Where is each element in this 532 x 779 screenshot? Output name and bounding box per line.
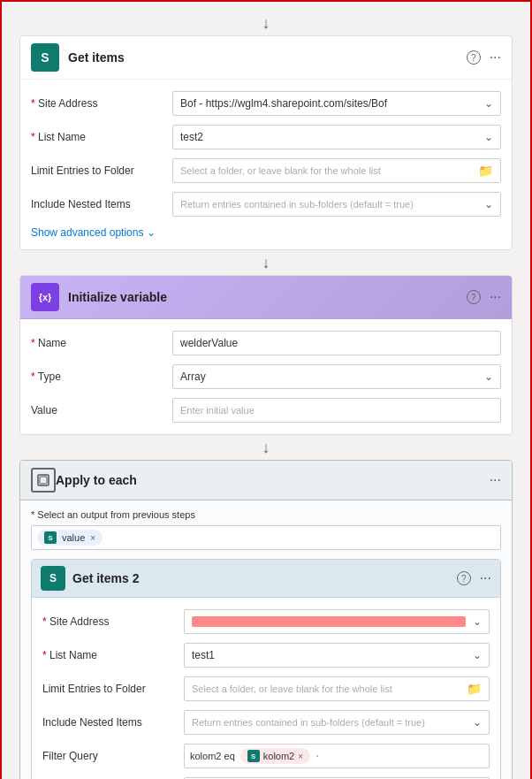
init-var-header: {x} Initialize variable ? ···: [20, 276, 512, 319]
site-address-redacted: [192, 616, 466, 627]
get-items-2-card: S Get items 2 ? ··· Site Address ⌄: [31, 559, 501, 779]
site-address-label-1: Site Address: [31, 97, 172, 110]
name-input[interactable]: welderValue: [172, 331, 501, 355]
get-items-1-header: S Get items ? ···: [20, 36, 512, 80]
type-label: Type: [31, 370, 172, 383]
apply-each-more-icon[interactable]: ···: [490, 472, 501, 488]
init-var-card: {x} Initialize variable ? ··· Name welde…: [19, 275, 513, 435]
limit-folder-input-1[interactable]: Select a folder, or leave blank for the …: [172, 158, 501, 183]
get-items-1-help-icon[interactable]: ?: [467, 50, 481, 65]
type-chevron: ⌄: [484, 370, 493, 383]
get-items-2-title: Get items 2: [72, 571, 450, 585]
nested-items-dropdown-2[interactable]: Return entries contained in sub-folders …: [184, 710, 490, 735]
value-tag-label: value: [62, 532, 85, 543]
get-items-1-card: S Get items ? ··· Site Address Bof - htt…: [19, 35, 513, 250]
site-address-label-2: Site Address: [42, 615, 184, 628]
value-row: Value Enter initial value: [31, 393, 501, 427]
limit-folder-icon-2: 📁: [467, 682, 482, 696]
nested-items-label-1: Include Nested Items: [31, 198, 172, 210]
name-label: Name: [31, 337, 172, 349]
nested-items-placeholder-2: Return entries contained in sub-folders …: [192, 717, 425, 728]
get-items-1-actions: ? ···: [467, 50, 501, 65]
site-address-dropdown-1[interactable]: Bof - https://wglm4.sharepoint.com/sites…: [172, 91, 501, 116]
list-name-chevron-2: ⌄: [473, 649, 482, 661]
filter-tag-icon: S: [247, 750, 260, 762]
init-var-icon: {x}: [31, 283, 59, 311]
nested-items-placeholder-1: Return entries contained in sub-folders …: [180, 199, 414, 210]
top-arrow: ↓: [262, 11, 270, 35]
name-row: Name welderValue: [31, 326, 501, 360]
apply-each-header: Apply to each ···: [20, 461, 512, 500]
site-address-chevron-2: ⌄: [473, 615, 482, 628]
get-items-2-icon: S: [41, 566, 65, 591]
arrow-1: ↓: [262, 250, 270, 275]
list-name-value-2: test1: [192, 649, 215, 661]
limit-folder-icon-1: 📁: [478, 164, 493, 178]
filter-prefix: kolom2 eq: [190, 751, 235, 761]
get-items-2-actions: ? ···: [457, 570, 491, 586]
nested-items-row-2: Include Nested Items Return entries cont…: [42, 706, 490, 739]
get-items-2-body: Site Address ⌄ List Name test1 ⌄: [32, 598, 500, 779]
filter-tag-close[interactable]: ×: [298, 752, 303, 761]
list-name-chevron-1: ⌄: [484, 131, 493, 143]
apply-each-icon: [31, 468, 56, 493]
limit-folder-placeholder-2: Select a folder, or leave blank for the …: [192, 684, 392, 694]
limit-folder-row-2: Limit Entries to Folder Select a folder,…: [42, 672, 490, 706]
show-advanced-label-1: Show advanced options: [31, 226, 143, 239]
site-address-row-1: Site Address Bof - https://wglm4.sharepo…: [31, 87, 501, 120]
filter-dot: ·: [315, 748, 319, 764]
get-items-2-header: S Get items 2 ? ···: [32, 560, 500, 598]
nested-items-row-1: Include Nested Items Return entries cont…: [31, 187, 501, 221]
show-advanced-button-1[interactable]: Show advanced options ⌄: [31, 221, 501, 242]
limit-folder-label-2: Limit Entries to Folder: [42, 683, 184, 695]
list-name-dropdown-1[interactable]: test2 ⌄: [172, 125, 501, 149]
filter-tag: S kolom2 ×: [240, 748, 310, 764]
limit-folder-row-1: Limit Entries to Folder Select a folder,…: [31, 154, 501, 187]
init-var-title: Initialize variable: [68, 290, 458, 304]
value-tag-icon: S: [44, 531, 57, 544]
get-items-1-more-icon[interactable]: ···: [490, 50, 501, 65]
order-by-row: Order By An OData orderBy query for spec…: [42, 773, 490, 779]
nested-items-chevron-1: ⌄: [484, 198, 493, 210]
init-var-help-icon[interactable]: ?: [467, 290, 481, 304]
get-items-2-help-icon[interactable]: ?: [457, 571, 471, 585]
site-address-chevron-1: ⌄: [484, 97, 493, 110]
limit-folder-input-2[interactable]: Select a folder, or leave blank for the …: [184, 676, 490, 701]
filter-query-label: Filter Query: [42, 750, 184, 762]
list-name-label-2: List Name: [42, 649, 184, 661]
get-items-1-title: Get items: [68, 50, 458, 65]
site-address-value-1: Bof - https://wglm4.sharepoint.com/sites…: [180, 97, 387, 110]
list-name-dropdown-2[interactable]: test1 ⌄: [184, 643, 490, 668]
arrow-2: ↓: [262, 435, 270, 460]
filter-tag-label: kolom2: [263, 751, 294, 761]
show-advanced-chevron-1: ⌄: [147, 226, 156, 239]
type-dropdown[interactable]: Array ⌄: [172, 364, 501, 389]
name-value: welderValue: [180, 337, 238, 349]
nested-items-dropdown-1[interactable]: Return entries contained in sub-folders …: [172, 192, 501, 217]
list-name-value-1: test2: [180, 131, 203, 143]
type-row: Type Array ⌄: [31, 360, 501, 393]
value-input[interactable]: Enter initial value: [172, 398, 501, 423]
site-address-row-2: Site Address ⌄: [42, 605, 490, 638]
value-tag-close[interactable]: ×: [90, 533, 95, 543]
get-items-2-more-icon[interactable]: ···: [480, 570, 491, 586]
apply-each-body: * Select an output from previous steps S…: [20, 500, 512, 779]
apply-each-card: Apply to each ··· * Select an output fro…: [19, 460, 513, 779]
value-tag-row[interactable]: S value ×: [31, 525, 501, 550]
init-var-body: Name welderValue Type Array ⌄ Value Ente…: [20, 319, 512, 434]
list-name-label-1: List Name: [31, 131, 172, 143]
value-placeholder: Enter initial value: [180, 405, 255, 416]
type-value: Array: [180, 370, 206, 383]
nested-items-chevron-2: ⌄: [473, 716, 482, 729]
get-items-1-icon: S: [31, 43, 59, 72]
init-var-more-icon[interactable]: ···: [490, 289, 501, 305]
site-address-dropdown-2[interactable]: ⌄: [184, 609, 490, 634]
init-var-actions: ? ···: [467, 289, 501, 305]
select-output-label: * Select an output from previous steps: [31, 509, 501, 520]
value-label: Value: [31, 404, 172, 416]
list-name-row-2: List Name test1 ⌄: [42, 638, 490, 672]
filter-query-input[interactable]: kolom2 eq S kolom2 × ·: [184, 744, 490, 768]
svg-rect-1: [40, 477, 47, 484]
nested-items-label-2: Include Nested Items: [42, 716, 184, 729]
get-items-1-body: Site Address Bof - https://wglm4.sharepo…: [20, 80, 512, 249]
